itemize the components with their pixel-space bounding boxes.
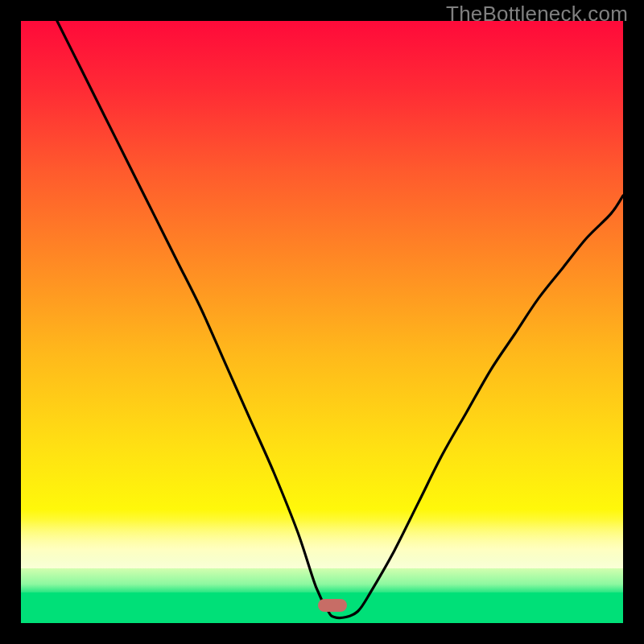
- chart-plot-area: [21, 21, 623, 623]
- optimal-point-marker: [318, 599, 347, 612]
- bottleneck-curve-svg: [21, 21, 623, 623]
- attribution-text: TheBottleneck.com: [446, 2, 628, 27]
- bottleneck-curve-path: [57, 21, 623, 617]
- chart-frame: [10, 10, 634, 634]
